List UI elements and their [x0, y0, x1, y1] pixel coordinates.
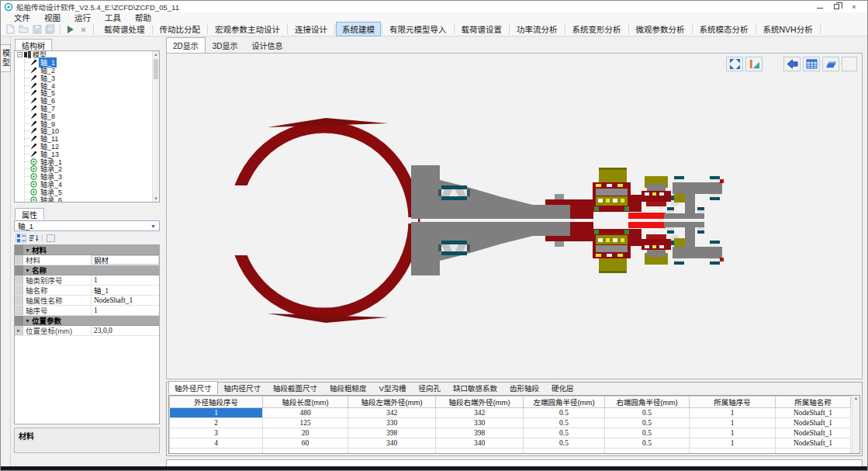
cell-right-fillet[interactable]: 0.5: [605, 438, 690, 448]
menu-item[interactable]: 文件: [7, 12, 37, 23]
back-view-icon[interactable]: [783, 57, 801, 71]
table-row[interactable]: 1 480 342 342 0.5 0.5 1 NodeShaft_1: [170, 408, 851, 418]
tab-structure-tree[interactable]: 结构树: [15, 39, 52, 50]
toolbar-button[interactable]: 宏观参数主动设计: [209, 22, 286, 36]
drawing-canvas[interactable]: [166, 53, 863, 379]
table-row[interactable]: 3 20 398 398 0.5 0.5 1 NodeShaft_1: [170, 428, 851, 438]
dimension-tab[interactable]: 缺口敏感系数: [447, 381, 503, 394]
cell-length[interactable]: 125: [263, 418, 348, 428]
toolbar-button[interactable]: 连接设计: [289, 22, 334, 36]
cell-shaft-no[interactable]: 1: [690, 428, 776, 438]
dimension-tab[interactable]: 轴内径尺寸: [218, 381, 268, 394]
cell-length[interactable]: 20: [263, 428, 348, 438]
property-item[interactable]: ▸ 位置坐标(mm) 23,0,0: [15, 326, 159, 336]
dimension-tab[interactable]: 硬化层: [545, 381, 580, 394]
tree-item[interactable]: 轴_10: [15, 127, 159, 135]
toolbar-button[interactable]: 系统NVH分析: [757, 22, 819, 36]
tree-item[interactable]: 轴_11: [15, 135, 159, 143]
table-header-cell[interactable]: 外径轴段序号: [170, 397, 263, 408]
view-tab[interactable]: 设计信息: [245, 37, 290, 53]
cell-right-fillet[interactable]: 0.5: [605, 428, 690, 438]
tree-item[interactable]: 轴_9: [15, 119, 159, 127]
cell-left-fillet[interactable]: 0.5: [524, 438, 605, 448]
property-object-select[interactable]: 轴_1 ▼: [14, 220, 160, 231]
dock-tab-model[interactable]: 模型: [1, 44, 11, 72]
fit-view-icon[interactable]: [726, 57, 743, 71]
table-header-cell[interactable]: 轴段左端外径(mm): [348, 397, 436, 408]
save-icon[interactable]: [31, 24, 43, 35]
tree-item[interactable]: 轴_3: [15, 74, 159, 81]
property-value[interactable]: 1: [92, 275, 159, 285]
tree-item[interactable]: 轴_6: [15, 97, 159, 105]
property-value[interactable]: 轴_1: [92, 286, 159, 295]
cell-left-od[interactable]: 340: [348, 438, 436, 448]
property-row[interactable]: 轴属性名称 NodeShaft_1: [15, 296, 159, 306]
property-row[interactable]: ▸ 位置坐标(mm) 23,0,0: [15, 326, 159, 336]
cell-shaft-name[interactable]: NodeShaft_1: [776, 428, 851, 438]
toolbar-button[interactable]: 功率流分析: [510, 22, 564, 36]
cell-shaft-no[interactable]: 1: [690, 408, 776, 418]
dimension-tab[interactable]: 轴段粗糙度: [323, 381, 373, 394]
cell-length[interactable]: 60: [263, 438, 348, 448]
tree-item[interactable]: 轴承_2: [15, 165, 159, 173]
toolbar-button[interactable]: 载荷谱设置: [455, 22, 509, 36]
menu-item[interactable]: 视图: [37, 12, 67, 23]
toolbar-button[interactable]: 系统建模: [336, 22, 381, 36]
tree-item[interactable]: 轴_5: [15, 89, 159, 97]
property-item[interactable]: 轴类别序号 1: [15, 275, 159, 286]
categorize-icon[interactable]: [16, 234, 26, 243]
table-header-cell[interactable]: 所属轴名称: [776, 397, 851, 408]
menu-item[interactable]: 运行: [67, 12, 98, 23]
cell-shaft-name[interactable]: NodeShaft_1: [776, 438, 851, 448]
blank-button[interactable]: [842, 57, 857, 71]
table-header-cell[interactable]: 轴段长度(mm): [263, 397, 348, 408]
property-item[interactable]: 轴名称 轴_1: [15, 286, 159, 296]
cell-left-od[interactable]: 398: [348, 428, 436, 438]
property-value[interactable]: 1: [92, 306, 159, 315]
stop-icon[interactable]: ×: [78, 24, 89, 35]
table-row[interactable]: 4 60 340 340 0.5 0.5 1 NodeShaft_1: [170, 438, 851, 448]
chevron-down-icon[interactable]: ▼: [25, 248, 32, 253]
tree-item[interactable]: 轴_8: [15, 112, 159, 119]
dimension-tab[interactable]: V型沟槽: [373, 381, 413, 394]
table-view-icon[interactable]: [803, 57, 820, 71]
dimension-tab[interactable]: 轴外径尺寸: [168, 381, 218, 394]
scroll-up-icon[interactable]: ▲: [854, 396, 859, 400]
close-button[interactable]: ×: [850, 3, 858, 10]
table-scrollbar[interactable]: ▲: [852, 396, 859, 453]
save-all-icon[interactable]: [44, 24, 56, 35]
cell-shaft-name[interactable]: NodeShaft_1: [776, 408, 851, 418]
property-category[interactable]: ▼ 位置参数: [15, 316, 159, 326]
tree-item[interactable]: 轴承_1: [15, 158, 159, 165]
toolbar-button[interactable]: 系统模态分析: [693, 22, 755, 36]
property-item[interactable]: 轴属性名称 NodeShaft_1: [15, 296, 159, 306]
cell-right-od[interactable]: 342: [436, 408, 524, 418]
cell-segment-no[interactable]: 4: [170, 438, 263, 448]
tree-item[interactable]: 轴_2: [15, 67, 159, 74]
table-header-cell[interactable]: 左端圆角半径(mm): [524, 397, 605, 408]
property-row[interactable]: ▼ 材料: [15, 245, 159, 255]
measure-scale-icon[interactable]: [745, 57, 763, 71]
tree-item[interactable]: 轴承_6: [15, 196, 159, 203]
toolbar-button[interactable]: 系统变形分析: [566, 22, 628, 36]
cell-right-od[interactable]: 398: [436, 428, 524, 438]
tree-scrollbar[interactable]: ▲ ▼: [152, 51, 159, 202]
toolbar-button[interactable]: 有限元模型导入: [383, 22, 453, 36]
cell-right-fillet[interactable]: 0.5: [605, 408, 690, 418]
plane-view-icon[interactable]: [822, 57, 839, 71]
property-row[interactable]: ▼ 位置参数: [15, 316, 159, 326]
tree-item[interactable]: 轴承_5: [15, 188, 159, 196]
table-row[interactable]: 2 125 330 330 0.5 0.5 1 NodeShaft_1: [170, 418, 851, 428]
tab-properties[interactable]: 属性: [15, 208, 44, 220]
toolbar-button[interactable]: 传动比分配: [154, 22, 207, 36]
tree-item[interactable]: 轴_12: [15, 143, 159, 151]
new-file-icon[interactable]: [5, 24, 16, 35]
property-category[interactable]: ▼ 名称: [15, 265, 159, 275]
cell-length[interactable]: 480: [263, 408, 348, 418]
property-value[interactable]: NodeShaft_1: [92, 296, 159, 305]
dimension-tab[interactable]: 齿形轴段: [503, 381, 545, 394]
tree-item[interactable]: 轴承_4: [15, 181, 159, 189]
tree-item[interactable]: 轴_13: [15, 150, 159, 158]
scroll-down-icon[interactable]: ▼: [153, 196, 159, 201]
cell-shaft-name[interactable]: NodeShaft_1: [776, 418, 851, 428]
